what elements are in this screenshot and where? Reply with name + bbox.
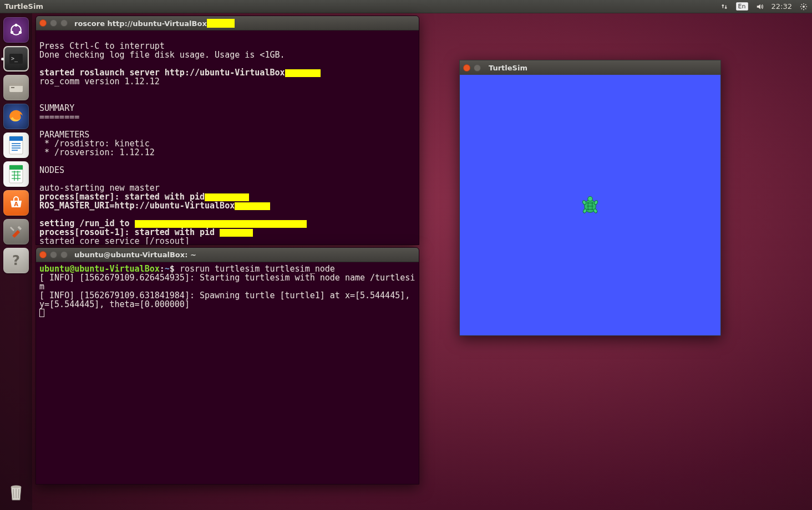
window-title: roscore http://ubuntu-VirtualBox: [74, 19, 235, 28]
titlebar-turtlesim[interactable]: TurtleSim: [460, 60, 720, 75]
launcher-help[interactable]: ?: [3, 247, 29, 274]
turtlesim-canvas[interactable]: [460, 75, 720, 335]
minimize-icon[interactable]: [50, 19, 57, 27]
window-title: TurtleSim: [489, 64, 527, 72]
titlebar-roscore[interactable]: roscore http://ubuntu-VirtualBox: [36, 16, 419, 30]
window-title: ubuntu@ubuntu-VirtualBox: ~: [74, 251, 196, 259]
menubar-app-title: TurtleSim: [4, 2, 43, 11]
svg-text:A: A: [14, 201, 18, 207]
svg-rect-33: [17, 226, 22, 230]
top-menubar: TurtleSim En 22:32: [0, 0, 812, 13]
session-gear-icon[interactable]: [800, 3, 808, 11]
svg-rect-16: [9, 83, 23, 86]
launcher-dash[interactable]: [3, 17, 29, 43]
terminal-window-roscore[interactable]: roscore http://ubuntu-VirtualBox Press C…: [35, 16, 419, 245]
launcher-settings[interactable]: [3, 218, 29, 245]
close-icon[interactable]: [39, 19, 47, 27]
running-indicator-icon: [1, 58, 4, 60]
launcher-terminal[interactable]: >_: [3, 45, 29, 72]
svg-rect-17: [11, 87, 14, 88]
svg-line-6: [805, 8, 806, 8]
launcher-files[interactable]: [3, 74, 29, 101]
terminal-output-roscore[interactable]: Press Ctrl-C to interrupt Done checking …: [36, 30, 419, 245]
svg-point-10: [14, 24, 17, 27]
maximize-icon[interactable]: [60, 251, 68, 258]
cursor-icon: [39, 309, 44, 317]
maximize-icon[interactable]: [60, 19, 68, 27]
minimize-icon[interactable]: [474, 64, 481, 72]
svg-point-0: [803, 6, 805, 8]
svg-line-5: [801, 4, 802, 4]
svg-text:?: ?: [12, 253, 20, 268]
launcher-calc[interactable]: [3, 161, 29, 187]
svg-point-11: [11, 31, 13, 34]
terminal-output-rosrun[interactable]: ubuntu@ubuntu-VirtualBox:~$ rosrun turtl…: [36, 262, 419, 321]
launcher-firefox[interactable]: [3, 103, 29, 130]
svg-line-8: [801, 8, 802, 8]
svg-rect-26: [9, 165, 23, 170]
close-icon[interactable]: [463, 64, 470, 72]
launcher-software[interactable]: A: [3, 190, 29, 216]
svg-point-40: [588, 196, 593, 201]
unity-launcher: >_ A ?: [0, 13, 32, 510]
svg-point-12: [19, 31, 22, 34]
volume-icon[interactable]: [756, 3, 764, 11]
titlebar-rosrun[interactable]: ubuntu@ubuntu-VirtualBox: ~: [36, 248, 419, 262]
svg-point-35: [11, 486, 21, 488]
keyboard-lang-indicator[interactable]: En: [736, 2, 748, 11]
terminal-window-rosrun[interactable]: ubuntu@ubuntu-VirtualBox: ~ ubuntu@ubunt…: [35, 247, 419, 484]
launcher-writer[interactable]: [3, 132, 29, 159]
svg-line-7: [805, 4, 806, 4]
clock[interactable]: 22:32: [772, 2, 792, 11]
turtlesim-window[interactable]: TurtleSim: [459, 60, 721, 336]
network-icon[interactable]: [720, 3, 728, 11]
svg-text:>_: >_: [11, 55, 18, 62]
minimize-icon[interactable]: [50, 251, 57, 258]
close-icon[interactable]: [39, 251, 47, 258]
launcher-trash[interactable]: [3, 478, 29, 504]
redaction-block: [207, 19, 235, 28]
turtle-icon: [580, 195, 601, 216]
svg-rect-20: [9, 136, 23, 141]
